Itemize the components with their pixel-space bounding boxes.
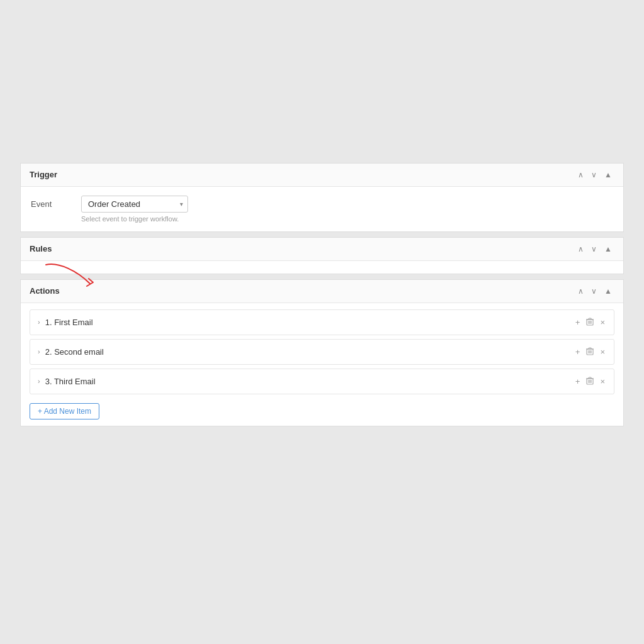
rules-up-button[interactable]: ∧ [575,244,586,254]
trigger-header: Trigger ∧ ∨ ▲ [21,164,623,187]
action-1-add-button[interactable]: + [574,317,582,328]
action-item-2: › 2. Second email + [30,339,614,365]
actions-up-button[interactable]: ∧ [575,286,586,296]
rules-header: Rules ∧ ∨ ▲ [21,238,623,261]
rules-body [21,261,623,274]
rules-expand-button[interactable]: ▲ [602,244,614,254]
action-2-left: › 2. Second email [38,347,104,357]
action-2-add-button[interactable]: + [574,347,582,357]
event-select[interactable]: Order Created Order Updated Order Comple… [81,196,188,213]
action-3-left: › 3. Third Email [38,377,96,386]
action-item-1: › 1. First Email + [30,309,614,335]
trigger-section: Trigger ∧ ∨ ▲ Event Order Created Order … [20,163,624,232]
action-2-chevron-icon[interactable]: › [38,348,40,355]
actions-down-button[interactable]: ∨ [589,286,599,296]
action-2-close-button[interactable]: × [599,347,606,357]
action-1-controls: + × [574,316,606,328]
action-3-name: 3. Third Email [45,377,96,386]
action-1-left: › 1. First Email [38,318,93,327]
action-2-controls: + × [574,346,606,358]
event-hint: Select event to trigger workflow. [81,215,613,223]
action-1-delete-button[interactable] [585,316,595,328]
action-1-close-button[interactable]: × [599,317,606,328]
actions-body: › 1. First Email + [21,303,623,426]
actions-section: Actions ∧ ∨ ▲ › 1. First Email + [20,279,624,426]
workflow-builder: Trigger ∧ ∨ ▲ Event Order Created Order … [20,163,624,431]
action-3-delete-button[interactable] [585,375,595,387]
event-select-wrapper: Order Created Order Updated Order Comple… [81,196,188,213]
actions-header: Actions ∧ ∨ ▲ [21,280,623,303]
rules-title: Rules [30,244,52,253]
action-1-name: 1. First Email [45,318,93,327]
actions-controls: ∧ ∨ ▲ [575,286,614,296]
event-field-row: Event Order Created Order Updated Order … [31,196,613,223]
trigger-body: Event Order Created Order Updated Order … [21,187,623,231]
actions-expand-button[interactable]: ▲ [602,286,614,296]
action-2-name: 2. Second email [45,347,104,357]
action-3-controls: + × [574,375,606,387]
action-1-chevron-icon[interactable]: › [38,318,40,326]
action-item-3: › 3. Third Email + [30,369,614,394]
rules-controls: ∧ ∨ ▲ [575,244,614,254]
trigger-title: Trigger [30,170,57,179]
trigger-expand-button[interactable]: ▲ [602,170,614,180]
event-label: Event [31,196,69,209]
action-3-add-button[interactable]: + [574,376,582,387]
trigger-controls: ∧ ∨ ▲ [575,170,614,180]
rules-section: Rules ∧ ∨ ▲ [20,237,624,274]
action-3-chevron-icon[interactable]: › [38,377,40,385]
action-3-close-button[interactable]: × [599,376,606,387]
add-new-item-button[interactable]: + Add New Item [30,403,99,419]
action-2-delete-button[interactable] [585,346,595,358]
rules-down-button[interactable]: ∨ [589,244,599,254]
actions-title: Actions [30,286,60,296]
trigger-up-button[interactable]: ∧ [575,170,586,180]
event-field-content: Order Created Order Updated Order Comple… [81,196,613,223]
trigger-down-button[interactable]: ∨ [589,170,599,180]
